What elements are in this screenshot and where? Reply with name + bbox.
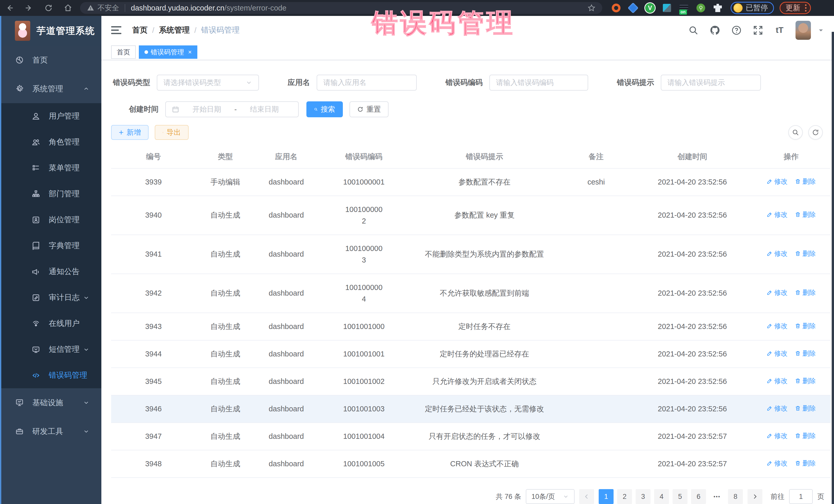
- reset-button[interactable]: 重置: [350, 101, 389, 117]
- edit-link[interactable]: 修改: [767, 210, 788, 220]
- toggle-search-icon[interactable]: [788, 125, 803, 139]
- fullscreen-icon[interactable]: [752, 25, 764, 36]
- breadcrumb-item-首页[interactable]: 首页: [132, 25, 148, 36]
- puzzle-extension-icon[interactable]: [712, 3, 723, 13]
- table-row[interactable]: 3942自动生成dashboard1001000004不允许获取敏感配置到前端2…: [111, 274, 831, 313]
- delete-link[interactable]: 删除: [795, 210, 816, 220]
- sidebar-item-首页[interactable]: 首页: [0, 46, 101, 74]
- edit-link[interactable]: 修改: [767, 348, 788, 358]
- hamburger-icon[interactable]: [111, 24, 122, 36]
- delete-link[interactable]: 删除: [795, 431, 816, 441]
- prev-page-button[interactable]: [579, 489, 594, 504]
- code-input[interactable]: [496, 79, 581, 87]
- browser-menu-icon[interactable]: [805, 4, 807, 12]
- home-icon[interactable]: [63, 3, 73, 13]
- back-icon[interactable]: [5, 3, 14, 13]
- page-button-5[interactable]: 5: [673, 489, 687, 504]
- sidebar-item-在线用户[interactable]: 在线用户: [0, 310, 101, 336]
- scrollbar[interactable]: [832, 32, 834, 504]
- tab-错误码管理[interactable]: 错误码管理×: [139, 45, 197, 59]
- table-row[interactable]: 3941自动生成dashboard1001000003不能删除类型为系统内置的参…: [111, 235, 831, 274]
- page-button-1[interactable]: 1: [599, 489, 614, 504]
- sidebar-item-岗位管理[interactable]: 岗位管理: [0, 207, 101, 233]
- page-size-select[interactable]: 10条/页: [526, 489, 575, 504]
- page-button-3[interactable]: 3: [636, 489, 651, 504]
- delete-link[interactable]: 删除: [795, 458, 816, 468]
- type-select[interactable]: [157, 75, 259, 91]
- sidebar-item-系统管理[interactable]: 系统管理: [0, 74, 101, 103]
- app-logo[interactable]: 芋道管理系统: [0, 16, 101, 46]
- green-v-extension-icon[interactable]: V: [645, 3, 655, 13]
- table-row[interactable]: 3948自动生成dashboard1001001005CRON 表达式不正确20…: [111, 450, 831, 478]
- sidebar-item-部门管理[interactable]: 部门管理: [0, 181, 101, 207]
- sidebar-item-角色管理[interactable]: 角色管理: [0, 129, 101, 155]
- table-row[interactable]: 3940自动生成dashboard1001000002参数配置 key 重复20…: [111, 196, 831, 235]
- table-row[interactable]: 3943自动生成dashboard1001001000定时任务不存在2021-0…: [111, 313, 831, 340]
- sidebar-item-基础设施[interactable]: 基础设施: [0, 388, 101, 417]
- delete-link[interactable]: 删除: [795, 376, 816, 386]
- edit-link[interactable]: 修改: [767, 287, 788, 298]
- sidebar-item-短信管理[interactable]: 短信管理: [0, 336, 101, 363]
- hint-input-wrap[interactable]: [661, 75, 761, 91]
- orange-ring-extension-icon[interactable]: [611, 3, 621, 13]
- edit-link[interactable]: 修改: [767, 431, 788, 441]
- delete-link[interactable]: 删除: [795, 248, 816, 259]
- github-icon[interactable]: [709, 25, 721, 36]
- page-button-4[interactable]: 4: [654, 489, 669, 504]
- hint-input[interactable]: [667, 79, 754, 87]
- green-key-extension-icon[interactable]: ⚲: [696, 3, 706, 13]
- forward-icon[interactable]: [24, 3, 34, 13]
- add-button[interactable]: + 新增: [111, 125, 149, 140]
- date-start-placeholder[interactable]: 开始日期: [193, 105, 221, 114]
- sidebar-item-审计日志[interactable]: 审计日志: [0, 285, 101, 310]
- next-page-button[interactable]: [748, 489, 762, 504]
- blue-tiles-extension-icon[interactable]: [662, 3, 672, 13]
- avatar-caret-icon[interactable]: [817, 27, 824, 34]
- page-ellipsis[interactable]: •••: [709, 489, 724, 504]
- date-range-picker[interactable]: 开始日期 - 结束日期: [165, 101, 299, 117]
- sidebar-item-用户管理[interactable]: 用户管理: [0, 103, 101, 129]
- page-button-2[interactable]: 2: [617, 489, 632, 504]
- browser-update-button[interactable]: 更新: [780, 2, 811, 14]
- sidebar-item-通知公告[interactable]: 通知公告: [0, 259, 101, 285]
- list-on-extension-icon[interactable]: on: [679, 3, 689, 13]
- date-end-placeholder[interactable]: 结束日期: [250, 105, 279, 114]
- edit-link[interactable]: 修改: [767, 403, 788, 413]
- code-input-wrap[interactable]: [489, 75, 588, 91]
- table-row[interactable]: 3947自动生成dashboard1001001004只有开启状态的任务，才可以…: [111, 423, 831, 450]
- sidebar-item-错误码管理[interactable]: 错误码管理: [0, 363, 101, 388]
- edit-link[interactable]: 修改: [767, 376, 788, 386]
- security-chip[interactable]: 不安全: [87, 3, 119, 13]
- sidebar-item-研发工具[interactable]: 研发工具: [0, 417, 101, 446]
- table-row[interactable]: 3945自动生成dashboard1001001002只允许修改为开启或者关闭状…: [111, 368, 831, 395]
- sidebar-item-菜单管理[interactable]: 菜单管理: [0, 155, 101, 181]
- breadcrumb-item-系统管理[interactable]: 系统管理: [159, 25, 190, 36]
- delete-link[interactable]: 删除: [795, 176, 816, 187]
- search-icon[interactable]: [688, 25, 699, 36]
- edit-link[interactable]: 修改: [767, 176, 788, 187]
- help-icon[interactable]: [731, 25, 742, 36]
- font-size-icon[interactable]: tT: [774, 25, 785, 36]
- edit-link[interactable]: 修改: [767, 248, 788, 259]
- tab-首页[interactable]: 首页: [111, 45, 136, 59]
- delete-link[interactable]: 删除: [795, 403, 816, 413]
- profile-paused-chip[interactable]: 已暂停: [730, 2, 774, 14]
- delete-link[interactable]: 删除: [795, 348, 816, 358]
- delete-link[interactable]: 删除: [795, 287, 816, 298]
- page-button-6[interactable]: 6: [691, 489, 706, 504]
- export-button[interactable]: 导出: [155, 125, 189, 140]
- type-select-input[interactable]: [163, 79, 242, 87]
- blue-gem-extension-icon[interactable]: [628, 3, 638, 13]
- table-row[interactable]: 3946自动生成dashboard1001001003定时任务已经处于该状态，无…: [111, 395, 831, 423]
- address-bar[interactable]: 不安全 dashboard.yudao.iocoder.cn/system/er…: [80, 2, 602, 14]
- app-input-wrap[interactable]: [317, 75, 417, 91]
- tab-close-icon[interactable]: ×: [188, 48, 192, 56]
- delete-link[interactable]: 删除: [795, 321, 816, 331]
- table-row[interactable]: 3944自动生成dashboard1001001001定时任务的处理器已经存在2…: [111, 340, 831, 368]
- search-button[interactable]: 搜索: [306, 101, 343, 117]
- app-input[interactable]: [323, 79, 410, 87]
- table-row[interactable]: 3939手动编辑dashboard1001000001参数配置不存在ceshi2…: [111, 168, 831, 196]
- goto-page-input[interactable]: [789, 489, 813, 504]
- edit-link[interactable]: 修改: [767, 321, 788, 331]
- page-button-8[interactable]: 8: [728, 489, 743, 504]
